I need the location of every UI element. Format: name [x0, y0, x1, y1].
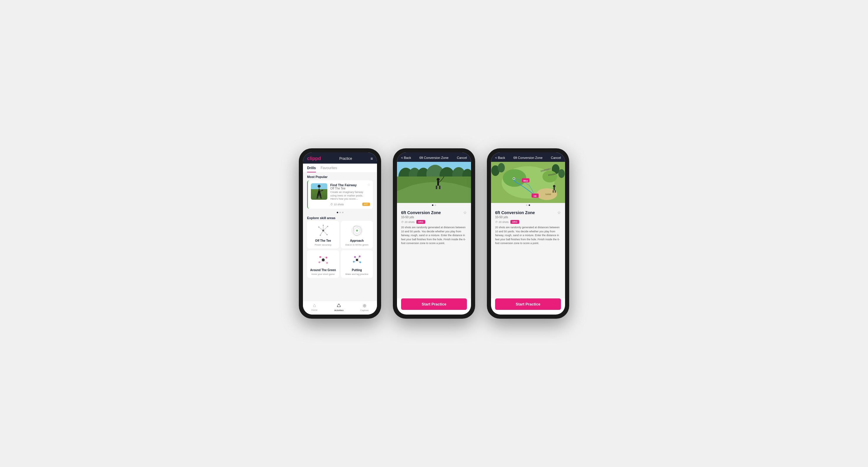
phone-2-screen: < Back 6ft Conversion Zone Cancel	[397, 153, 471, 314]
activities-label: Activities	[334, 309, 344, 312]
svg-line-3	[323, 227, 328, 231]
golf-map: Hit Miss FAIRWAY ROUGH SAND	[491, 162, 565, 203]
svg-line-2	[319, 227, 323, 231]
img-dot-1	[432, 204, 433, 206]
phone-1: clippd Practice ≡ Drills Favourites Most…	[299, 148, 381, 319]
shots-count-2: 20 shots	[405, 221, 414, 224]
svg-rect-38	[436, 186, 437, 189]
cancel-button-3[interactable]: Cancel	[551, 156, 561, 160]
clock-icon-2: ⏱	[401, 221, 404, 224]
capture-label: Capture	[360, 309, 369, 312]
most-popular-title: Most Popular	[303, 173, 377, 180]
drill-star[interactable]: ☆	[463, 210, 467, 215]
drill-star-3[interactable]: ☆	[557, 210, 561, 215]
svg-point-36	[437, 178, 440, 181]
clock-icon: ⏱	[330, 203, 333, 206]
phone-2: < Back 6ft Conversion Zone Cancel	[393, 148, 475, 319]
svg-point-0	[318, 185, 320, 188]
svg-rect-37	[437, 181, 439, 186]
star-icon[interactable]: ☆	[367, 183, 371, 187]
drill-image	[397, 162, 471, 203]
svg-point-61	[513, 178, 515, 179]
svg-rect-39	[439, 186, 440, 189]
svg-rect-57	[554, 188, 555, 190]
svg-point-11	[322, 225, 324, 226]
phone-3-screen: < Back 6ft Conversion Zone Cancel	[491, 153, 565, 314]
card-footer: ⏱ 10 shots OTT	[330, 203, 370, 206]
tab-favourites[interactable]: Favourites	[320, 164, 337, 172]
drill-description-3: 20 shots are randomly generated at dista…	[495, 226, 561, 245]
shots-count: 10 shots	[334, 203, 344, 206]
card-image	[311, 183, 327, 200]
card-dots	[303, 210, 377, 214]
dot-2	[339, 212, 341, 213]
skill-desc-ott: Power accuracy	[315, 243, 332, 246]
svg-point-17	[322, 259, 325, 261]
svg-point-45	[498, 163, 505, 172]
drill-title-row: 6ft Conversion Zone ☆	[401, 210, 467, 215]
skill-name-ott: Off The Tee	[315, 239, 331, 242]
svg-point-48	[542, 171, 557, 182]
skill-name-atg: Around The Green	[310, 268, 336, 272]
skill-name-approach: Approach	[350, 239, 364, 242]
cancel-button[interactable]: Cancel	[457, 156, 467, 160]
drill-shots-3: ⏱ 20 shots	[495, 221, 508, 224]
svg-point-7	[318, 227, 319, 228]
card-description: Create an imaginary fairway using trees …	[330, 191, 370, 201]
nav-activities[interactable]: ♺ Activities	[334, 303, 344, 312]
image-dots	[397, 203, 471, 207]
drill-yardage-3: 10-50 yds	[495, 215, 561, 219]
phone-2-content: 6ft Conversion Zone ☆ 10-50 yds ⏱ 20 sho…	[397, 207, 471, 298]
svg-line-5	[323, 231, 327, 235]
golfer-image	[311, 183, 327, 200]
skill-atg[interactable]: Around The Green Hone your short game	[307, 250, 339, 278]
svg-point-8	[327, 226, 328, 227]
dot-3	[342, 212, 343, 213]
svg-line-4	[320, 231, 323, 235]
tab-drills[interactable]: Drills	[307, 164, 316, 172]
start-practice-button[interactable]: Start Practice	[401, 298, 467, 310]
svg-rect-58	[553, 190, 554, 193]
skill-approach[interactable]: Approach Dial-in to hit the green	[341, 221, 373, 248]
dot-1	[337, 212, 338, 213]
header-title-3: 6ft Conversion Zone	[513, 156, 542, 160]
nav-capture[interactable]: ⊕ Capture	[360, 303, 369, 312]
phone-2-header: < Back 6ft Conversion Zone Cancel	[397, 153, 471, 162]
start-practice-button-3[interactable]: Start Practice	[495, 298, 561, 310]
shots-row: ⏱ 20 shots ARG	[401, 220, 467, 224]
putting-icon-area	[348, 253, 366, 267]
header-title: 6ft Conversion Zone	[419, 156, 448, 160]
arg-badge: ARG	[416, 220, 425, 224]
skill-off-tee[interactable]: Off The Tee Power accuracy	[307, 221, 339, 248]
image-dots-3	[491, 203, 565, 207]
nav-title: Practice	[339, 157, 352, 161]
svg-point-9	[320, 235, 321, 236]
card-title: Find The Fairway	[330, 183, 370, 187]
arg-badge-3: ARG	[510, 220, 519, 224]
svg-text:Hit: Hit	[534, 195, 536, 197]
menu-icon[interactable]: ≡	[371, 156, 373, 161]
skill-putting[interactable]: Putting Make and lag practice	[341, 250, 373, 278]
svg-point-56	[553, 185, 555, 188]
popular-card[interactable]: Find The Fairway Off The Tee Create an i…	[307, 180, 373, 209]
svg-rect-59	[555, 190, 556, 193]
shots-count-3: 20 shots	[499, 221, 508, 224]
card-subtitle: Off The Tee	[330, 187, 370, 190]
phone-1-content: Most Popular	[303, 173, 377, 301]
phone-3: < Back 6ft Conversion Zone Cancel	[487, 148, 569, 319]
capture-icon: ⊕	[363, 303, 366, 308]
nav-home[interactable]: ⌂ Home	[311, 303, 317, 312]
off-tee-icon-area	[314, 223, 332, 238]
shots-info: ⏱ 10 shots	[330, 203, 344, 206]
shots-row-3: ⏱ 20 shots ARG	[495, 220, 561, 224]
drill-description: 20 shots are randomly generated at dista…	[401, 226, 467, 245]
back-button[interactable]: < Back	[401, 156, 411, 160]
svg-point-10	[327, 234, 328, 235]
bottom-nav: ⌂ Home ♺ Activities ⊕ Capture	[303, 301, 377, 314]
drill-title-3: 6ft Conversion Zone	[495, 210, 535, 215]
back-button-3[interactable]: < Back	[495, 156, 505, 160]
phone-1-header: clippd Practice ≡	[303, 153, 377, 164]
atg-icon-area	[314, 253, 332, 267]
drill-yardage: 10-50 yds	[401, 215, 467, 219]
activities-icon: ♺	[337, 303, 341, 308]
